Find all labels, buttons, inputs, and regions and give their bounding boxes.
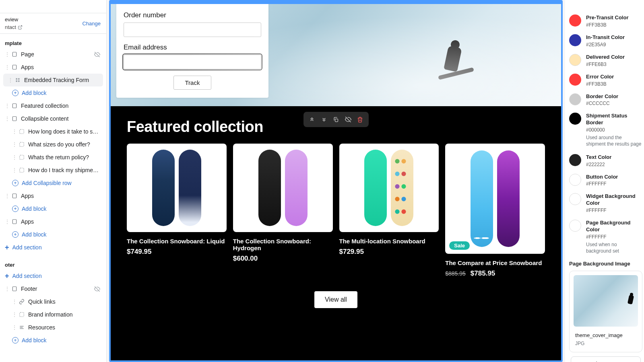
drag-handle-icon[interactable]: ⋮ (5, 65, 8, 70)
sidebar-item[interactable]: ⋮Featured collection (0, 99, 106, 112)
sidebar-item-label: Apps (21, 64, 101, 70)
toolbar-delete-icon[interactable] (355, 114, 365, 125)
visibility-toggle-icon[interactable] (94, 286, 101, 292)
sidebar-item[interactable]: ⋮Whats the return policy? (0, 151, 106, 164)
color-swatch[interactable] (569, 34, 581, 46)
right-settings-panel: Pre-Transit Color#FF3B3BIn-Transit Color… (565, 0, 644, 362)
add-block-button[interactable]: +Add block (0, 202, 106, 215)
drag-handle-icon[interactable]: ⋮ (5, 103, 8, 108)
visibility-toggle-icon[interactable] (94, 51, 101, 58)
sidebar-item[interactable]: ⋮Apps (0, 61, 106, 74)
sidebar-item-label: Add block (22, 90, 101, 96)
hero-section: Order number Email address Track (111, 4, 561, 106)
product-card[interactable]: The Collection Snowboard: Hydrogen $600.… (233, 144, 333, 278)
sidebar-item[interactable]: ⋮Collapsible content (0, 112, 106, 125)
product-card[interactable]: Sale The Compare at Price Snowboard $885… (445, 144, 545, 278)
sidebar-item[interactable]: ⋮How long does it take to ship? (0, 125, 106, 138)
drag-handle-icon[interactable]: ⋮ (12, 168, 15, 173)
page-icon (11, 115, 18, 122)
toolbar-move-down-icon[interactable] (319, 114, 329, 125)
color-setting-row: Widget Background Color#FFFFFF (569, 193, 642, 213)
drag-handle-icon[interactable]: ⋮ (12, 142, 15, 147)
drag-handle-icon[interactable]: ⋮ (5, 219, 8, 224)
color-swatch[interactable] (569, 14, 581, 27)
color-swatch[interactable] (569, 174, 581, 186)
product-card[interactable]: The Multi-location Snowboard $729.95 (339, 144, 439, 278)
drag-handle-icon[interactable]: ⋮ (12, 325, 15, 330)
svg-rect-3 (12, 65, 16, 70)
toolbar-duplicate-icon[interactable] (331, 114, 341, 125)
add-section-button[interactable]: +Add section (0, 269, 106, 282)
sidebar-item[interactable]: ⋮Quick links (0, 295, 106, 308)
drag-handle-icon[interactable]: ⋮ (5, 52, 8, 57)
email-input[interactable] (124, 55, 261, 69)
product-price: $600.00 (233, 255, 258, 263)
sidebar-item-label: Page (21, 51, 91, 58)
drag-handle-icon[interactable]: ⋮ (5, 286, 8, 291)
page-icon (11, 51, 18, 58)
order-number-input[interactable] (124, 23, 261, 37)
drag-handle-icon[interactable]: ⋮ (12, 299, 15, 304)
drag-handle-icon[interactable]: ⋮ (12, 312, 15, 317)
color-setting-row: Page Background Color#FFFFFFUsed when no… (569, 220, 642, 254)
product-image (233, 144, 333, 232)
plus-icon: + (5, 272, 9, 280)
block-icon (14, 77, 21, 83)
color-swatch[interactable] (569, 154, 581, 166)
sidebar-item[interactable]: ⋮Footer (0, 282, 106, 295)
drag-handle-icon[interactable]: ⋮ (12, 129, 15, 134)
color-label: Button Color (586, 174, 618, 181)
color-swatch[interactable] (569, 74, 581, 86)
sidebar-item[interactable]: ⋮Embedded Tracking Form (3, 74, 103, 86)
featured-collection-section: Featured collection The Collection Snowb… (111, 106, 561, 328)
change-preview-link[interactable]: Change (82, 21, 101, 27)
color-setting-row: Button Color#FFFFFF (569, 174, 642, 187)
add-block-button[interactable]: +Add block (0, 86, 106, 99)
footer-heading: oter (0, 257, 106, 269)
color-hex: #FFE6B3 (586, 62, 625, 67)
drag-handle-icon[interactable]: ⋮ (5, 116, 8, 121)
color-swatch[interactable] (569, 220, 581, 232)
sidebar-item-label: Embedded Tracking Form (24, 77, 97, 83)
left-sidebar: eview ntact Change mplate ⋮Page⋮Apps⋮Emb… (0, 0, 107, 362)
sidebar-item[interactable]: ⋮Brand information (0, 308, 106, 321)
sidebar-item[interactable]: ⋮Resources (0, 321, 106, 334)
sidebar-item[interactable]: ⋮Apps (0, 215, 106, 228)
tracking-form-card: Order number Email address Track (116, 4, 268, 98)
toolbar-hide-icon[interactable] (343, 114, 353, 125)
sidebar-item-label: Resources (28, 324, 101, 331)
add-block-button[interactable]: +Add block (0, 334, 106, 347)
drag-handle-icon[interactable]: ⋮ (8, 78, 11, 82)
sidebar-item[interactable]: ⋮How do I track my shipment? (0, 164, 106, 177)
sidebar-item[interactable]: ⋮Apps (0, 189, 106, 202)
color-label: Text Color (586, 154, 611, 161)
product-card[interactable]: The Collection Snowboard: Liquid $749.95 (127, 144, 227, 278)
toolbar-move-up-icon[interactable] (307, 114, 317, 125)
color-swatch[interactable] (569, 93, 581, 105)
email-label: Email address (124, 43, 261, 51)
sidebar-item-label: Quick links (28, 298, 101, 305)
drag-handle-icon[interactable]: ⋮ (5, 193, 8, 198)
bg-image-heading: Page Background Image (569, 261, 642, 267)
add-block-button[interactable]: +Add block (0, 228, 106, 241)
sidebar-item[interactable]: ⋮What sizes do you offer? (0, 138, 106, 151)
add-section-button[interactable]: +Add section (0, 241, 106, 254)
color-hex: #FFFFFF (586, 208, 642, 213)
sidebar-item-label: Collapsible content (21, 115, 101, 122)
bg-image-thumbnail[interactable] (574, 275, 638, 327)
sidebar-item-label: Add section (12, 273, 101, 279)
plus-circle-icon: + (12, 180, 19, 186)
change-image-button[interactable]: Change (571, 356, 641, 362)
color-swatch[interactable] (569, 193, 581, 205)
color-swatch[interactable] (569, 54, 581, 66)
drag-handle-icon[interactable]: ⋮ (12, 155, 15, 160)
sidebar-item-label: Apps (21, 218, 101, 225)
contact-link[interactable]: ntact (5, 24, 23, 30)
lines-icon (19, 324, 25, 331)
color-swatch[interactable] (569, 113, 581, 125)
sidebar-item[interactable]: ⋮Page (0, 48, 106, 61)
preview-label: eview (5, 16, 23, 23)
track-button[interactable]: Track (173, 76, 212, 90)
add-block-button[interactable]: +Add Collapsible row (0, 177, 106, 189)
view-all-button[interactable]: View all (314, 291, 357, 308)
